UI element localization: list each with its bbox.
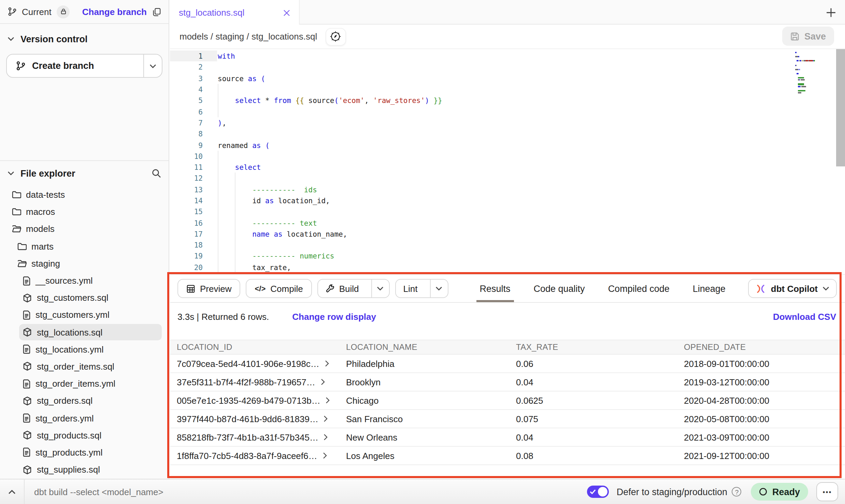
breadcrumb[interactable]: models / staging / stg_locations.sql (180, 31, 317, 42)
expand-row-chevron-icon[interactable] (322, 452, 328, 459)
editor-line[interactable]: 6 (170, 106, 845, 117)
compile-button[interactable]: </> Compile (246, 279, 312, 298)
lint-main[interactable]: Lint (396, 280, 425, 297)
editor-line[interactable]: 2 (170, 62, 845, 73)
expand-row-chevron-icon[interactable] (324, 360, 330, 367)
editor-scrollbar[interactable] (836, 49, 845, 274)
editor-line[interactable]: 12 (170, 173, 845, 184)
change-row-display-link[interactable]: Change row display (292, 311, 376, 322)
editor-line[interactable]: 3source as ( (170, 73, 845, 84)
expand-row-chevron-icon[interactable] (320, 379, 326, 385)
sidebar-item-stg-orders-sql[interactable]: stg_orders.sql (0, 392, 169, 410)
sidebar-item--sources-yml[interactable]: __sources.yml (0, 272, 169, 289)
download-csv-link[interactable]: Download CSV (773, 311, 836, 322)
command-input[interactable]: dbt build --select <model_name> (34, 487, 587, 497)
sidebar-item-stg-locations-sql[interactable]: stg_locations.sql (0, 324, 169, 341)
file-icon (23, 448, 31, 457)
tab-code-quality[interactable]: Code quality (534, 282, 585, 295)
sidebar-item-macros[interactable]: macros (0, 203, 169, 220)
table-row[interactable]: 005e7e1c-1935-4269-b479-0713b…Chicago0.0… (170, 391, 845, 410)
table-row[interactable]: 7c079cea-5ed4-4101-906e-9198c…Philadelph… (170, 355, 845, 373)
sidebar-item-stg-supplies-sql[interactable]: stg_supplies.sql (0, 461, 169, 478)
ready-status-badge: Ready (751, 483, 808, 501)
tab-lineage[interactable]: Lineage (693, 282, 726, 295)
sidebar-item-stg-locations-yml[interactable]: stg_locations.yml (0, 341, 169, 358)
editor-line[interactable]: 10 (170, 150, 845, 162)
sidebar-item-stg-customers-sql[interactable]: stg_customers.sql (0, 289, 169, 306)
expand-command-bar-icon[interactable] (0, 479, 24, 504)
sidebar-item-stg-products-sql[interactable]: stg_products.sql (0, 427, 169, 444)
lineage-compass-icon[interactable] (325, 28, 346, 45)
editor-line[interactable]: 9renamed as ( (170, 139, 845, 151)
editor-line[interactable]: 5 select * from {{ source('ecom', 'raw_s… (170, 95, 845, 106)
build-caret[interactable] (371, 280, 389, 297)
expand-row-chevron-icon[interactable] (323, 415, 329, 422)
lint-button: Lint (395, 279, 448, 298)
defer-toggle[interactable] (587, 486, 609, 498)
tab-stg-locations-sql[interactable]: stg_locations.sql (170, 0, 300, 25)
editor-line[interactable]: 8 (170, 128, 845, 139)
editor-line[interactable]: 13 ---------- ids (170, 184, 845, 195)
editor-line[interactable]: 4 (170, 84, 845, 95)
col-header-location-name[interactable]: LOCATION_NAME (339, 342, 509, 352)
table-row[interactable]: 37e5f311-b7f4-4f2f-988b-719657…Brooklyn0… (170, 373, 845, 391)
tab-compiled-code[interactable]: Compiled code (608, 282, 670, 295)
sidebar-item-stg-customers-yml[interactable]: stg_customers.yml (0, 307, 169, 324)
table-row[interactable]: 1f8ffa70-7cb5-4d83-8a7f-9aceef6…Los Ange… (170, 447, 845, 465)
help-icon[interactable]: ? (732, 487, 742, 496)
lint-caret[interactable] (430, 280, 447, 297)
create-branch-caret[interactable] (143, 55, 162, 77)
editor-line[interactable]: 7), (170, 117, 845, 129)
editor-line[interactable]: 18 (170, 239, 845, 251)
col-header-location-id[interactable]: LOCATION_ID (170, 342, 339, 352)
cell-location-id: 37e5f311-b7f4-4f2f-988b-719657… (170, 377, 339, 387)
col-header-tax-rate[interactable]: TAX_RATE (509, 342, 677, 352)
more-options-button[interactable]: ••• (816, 482, 838, 501)
create-branch-main[interactable]: Create branch (7, 55, 143, 77)
col-header-opened-date[interactable]: OPENED_DATE (677, 342, 845, 352)
sidebar-item-stg-orders-yml[interactable]: stg_orders.yml (0, 410, 169, 427)
file-label: stg_customers.yml (35, 310, 110, 320)
change-branch-link[interactable]: Change branch (82, 6, 147, 17)
expand-row-chevron-icon[interactable] (323, 434, 329, 441)
new-tab-plus-icon[interactable] (825, 6, 837, 18)
file-icon (23, 413, 31, 423)
table-row[interactable]: 3977f440-b87d-461b-9dd6-81839…San Franci… (170, 410, 845, 428)
scrollbar-thumb[interactable] (836, 49, 845, 166)
file-explorer-header[interactable]: File explorer (0, 164, 169, 182)
search-icon[interactable] (152, 168, 161, 178)
code-text: select * from {{ source('ecom', 'raw_sto… (203, 97, 442, 105)
editor-line[interactable]: 16 ---------- text (170, 217, 845, 228)
file-tree: data-testsmacrosmodelsmartsstaging__sour… (0, 186, 169, 478)
editor-line[interactable]: 1with (170, 50, 845, 62)
close-tab-icon[interactable] (283, 9, 290, 16)
sidebar-item-models[interactable]: models (0, 221, 169, 238)
sidebar-item-stg-order-items-sql[interactable]: stg_order_items.sql (0, 358, 169, 375)
dbt-copilot-button[interactable]: dbt Copilot (748, 279, 837, 298)
code-editor[interactable]: 1with23source as (45 select * from {{ so… (170, 49, 845, 274)
table-row[interactable]: 858218fb-73f7-4b1b-a31f-57b345…New Orlea… (170, 428, 845, 447)
line-number: 7 (170, 119, 203, 127)
editor-line[interactable]: 14 id as location_id, (170, 195, 845, 206)
editor-line[interactable]: 19 ---------- numerics (170, 251, 845, 262)
expand-row-chevron-icon[interactable] (325, 397, 331, 404)
file-explorer-title: File explorer (20, 168, 75, 178)
preview-button[interactable]: Preview (177, 279, 241, 298)
sidebar-item-stg-products-yml[interactable]: stg_products.yml (0, 444, 169, 461)
minimap[interactable] (795, 52, 834, 94)
copy-branch-icon[interactable] (152, 7, 161, 16)
editor-line[interactable]: 20 tax_rate, (170, 262, 845, 273)
sidebar-item-data-tests[interactable]: data-tests (0, 186, 169, 203)
editor-line[interactable]: 17 name as location_name, (170, 228, 845, 240)
results-table: LOCATION_ID LOCATION_NAME TAX_RATE OPENE… (170, 340, 845, 465)
cell-opened-date: 2020-05-08T00:00:00 (677, 414, 845, 424)
editor-line[interactable]: 11 select (170, 162, 845, 173)
sidebar-item-stg-order-items-yml[interactable]: stg_order_items.yml (0, 375, 169, 392)
save-button[interactable]: Save (783, 27, 834, 46)
sidebar-item-marts[interactable]: marts (0, 238, 169, 255)
build-main[interactable]: Build (318, 280, 367, 297)
version-control-header[interactable]: Version control (0, 30, 169, 48)
tab-results[interactable]: Results (479, 282, 510, 295)
sidebar-item-staging[interactable]: staging (0, 255, 169, 272)
editor-line[interactable]: 15 (170, 206, 845, 217)
